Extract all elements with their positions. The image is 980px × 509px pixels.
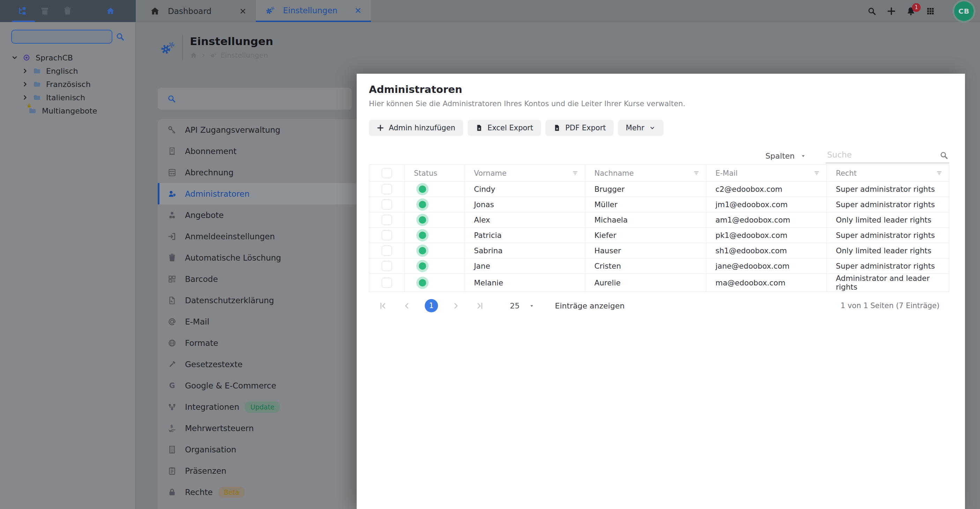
pdf-export-button[interactable]: PDF Export xyxy=(546,120,614,136)
last-page-icon[interactable] xyxy=(475,301,485,311)
tab-dashboard[interactable]: Dashboard xyxy=(141,0,256,22)
select-all-checkbox[interactable] xyxy=(382,168,392,178)
page-size-select[interactable]: 25 xyxy=(510,302,520,310)
filter-icon[interactable] xyxy=(813,169,821,177)
current-page-button[interactable]: 1 xyxy=(425,299,438,312)
row-checkbox[interactable] xyxy=(382,261,392,271)
table-row[interactable]: Sabrina Hauser sh1@edoobox.com Only limi… xyxy=(369,243,949,258)
row-checkbox-cell xyxy=(369,212,405,227)
filter-icon[interactable] xyxy=(572,169,579,177)
tree-view-icon[interactable] xyxy=(18,6,27,16)
chevron-down-icon[interactable] xyxy=(11,54,18,61)
settings-menu-item[interactable]: Automatische Löschung xyxy=(158,247,385,268)
search-icon[interactable] xyxy=(867,6,877,16)
header-recht[interactable]: Recht xyxy=(827,165,949,181)
header-label: E-Mail xyxy=(716,169,738,177)
header-email[interactable]: E-Mail xyxy=(706,165,827,181)
row-checkbox[interactable] xyxy=(382,278,392,288)
first-page-icon[interactable] xyxy=(378,301,387,311)
menu-item-label: Organisation xyxy=(185,445,236,454)
header-nachname[interactable]: Nachname xyxy=(585,165,706,181)
tree-search-input[interactable] xyxy=(11,30,112,44)
settings-menu-item[interactable]: API Zugangsverwaltung xyxy=(158,119,385,140)
caret-down-icon[interactable] xyxy=(529,303,535,309)
settings-menu-item[interactable]: Organisation xyxy=(158,439,385,460)
settings-menu-item[interactable]: Gesetzestexte xyxy=(158,354,385,375)
add-admin-button[interactable]: Admin hinzufügen xyxy=(369,120,463,136)
header-divider xyxy=(182,35,183,60)
settings-menu-item[interactable]: Angebote xyxy=(158,204,385,226)
recht-cell: Only limited leader rights xyxy=(827,212,949,227)
settings-menu-item[interactable]: Mehrwertsteuern xyxy=(158,418,385,439)
row-checkbox[interactable] xyxy=(382,230,392,240)
tree-list: SprachCB Englisch Französi xyxy=(0,51,135,117)
plus-icon[interactable] xyxy=(886,6,896,16)
status-active-dot xyxy=(419,185,426,193)
search-icon[interactable] xyxy=(115,32,125,41)
more-button[interactable]: Mehr xyxy=(618,120,663,136)
row-checkbox[interactable] xyxy=(382,199,392,210)
gears-icon xyxy=(210,52,217,59)
close-icon[interactable] xyxy=(239,7,247,15)
search-icon[interactable] xyxy=(939,151,948,160)
excel-file-icon xyxy=(475,124,483,132)
row-checkbox[interactable] xyxy=(382,246,392,256)
table-search-input[interactable] xyxy=(826,148,949,163)
next-page-icon[interactable] xyxy=(451,301,461,311)
settings-menu-item[interactable]: Integrationen Update xyxy=(158,396,385,418)
header-vorname[interactable]: Vorname xyxy=(465,165,585,181)
settings-menu-item[interactable]: E-Mail xyxy=(158,311,385,332)
header-status[interactable]: Status xyxy=(405,165,465,181)
table-grid: Status Vorname Nachname E-Mail Recht Cin… xyxy=(369,164,949,292)
settings-menu-item[interactable]: Abrechnung xyxy=(158,162,385,183)
breadcrumb-current: Einstellungen xyxy=(221,51,268,59)
tree-node[interactable]: Multiangebote xyxy=(0,104,135,117)
table-row[interactable]: Jane Cristen jane@edoobox.com Super admi… xyxy=(369,258,949,274)
home-icon[interactable] xyxy=(190,52,197,59)
row-checkbox[interactable] xyxy=(382,184,392,194)
page-title: Einstellungen xyxy=(190,35,273,48)
chevron-right-icon[interactable] xyxy=(22,67,29,74)
settings-search[interactable] xyxy=(158,88,352,110)
settings-menu-item[interactable]: Formate xyxy=(158,332,385,354)
tree-node[interactable]: Französisch xyxy=(0,78,135,91)
columns-dropdown[interactable]: Spalten xyxy=(765,152,806,160)
filter-icon[interactable] xyxy=(693,169,700,177)
filter-icon[interactable] xyxy=(935,169,943,177)
notifications-button[interactable]: 1 xyxy=(906,6,916,16)
settings-menu-item[interactable]: Datenschutzerklärung xyxy=(158,290,385,311)
settings-menu-item[interactable]: Abonnement xyxy=(158,140,385,162)
settings-menu-item[interactable]: Anmeldeeinstellungen xyxy=(158,226,385,247)
previous-page-icon[interactable] xyxy=(402,301,412,311)
tab-einstellungen[interactable]: Einstellungen xyxy=(256,0,371,22)
archive-icon[interactable] xyxy=(40,6,49,16)
settings-menu-item[interactable]: Rechte Beta xyxy=(158,482,385,503)
apps-grid-icon[interactable] xyxy=(926,6,935,16)
settings-menu-item[interactable]: Sammelanmeldung xyxy=(158,503,385,509)
settings-menu-item[interactable]: Präsenzen xyxy=(158,460,385,482)
table-row[interactable]: Alex Michaela am1@edoobox.com Only limit… xyxy=(369,212,949,228)
status-cell xyxy=(405,243,465,258)
trash-icon[interactable] xyxy=(63,6,72,16)
close-icon[interactable] xyxy=(354,6,362,14)
settings-menu-item[interactable]: Google & E-Commerce xyxy=(158,375,385,396)
home-icon[interactable] xyxy=(106,6,115,16)
chevron-right-icon[interactable] xyxy=(22,81,29,88)
tab-label: Dashboard xyxy=(168,6,239,16)
tree-root-sprachcb[interactable]: SprachCB xyxy=(0,51,135,64)
tab-bar: Dashboard Einstellungen xyxy=(141,0,371,22)
table-row[interactable]: Patricia Kiefer pk1@edoobox.com Super ad… xyxy=(369,228,949,243)
chevron-right-icon[interactable] xyxy=(22,94,29,101)
table-row[interactable]: Jonas Müller jm1@edoobox.com Super admin… xyxy=(369,197,949,212)
menu-item-icon xyxy=(167,274,177,284)
tree-node[interactable]: Englisch xyxy=(0,64,135,78)
table-row[interactable]: Melanie Aurelie ma@edoobox.com Administr… xyxy=(369,274,949,292)
excel-export-button[interactable]: Excel Export xyxy=(468,120,541,136)
settings-menu-item[interactable]: Barcode xyxy=(158,268,385,290)
avatar[interactable]: CB xyxy=(954,2,974,21)
table-row[interactable]: Cindy Brugger c2@edoobox.com Super admin… xyxy=(369,182,949,197)
row-checkbox[interactable] xyxy=(382,215,392,225)
nachname-cell: Kiefer xyxy=(585,228,706,243)
tree-node[interactable]: Italienisch xyxy=(0,91,135,104)
settings-menu-item[interactable]: Administratoren xyxy=(158,183,385,204)
